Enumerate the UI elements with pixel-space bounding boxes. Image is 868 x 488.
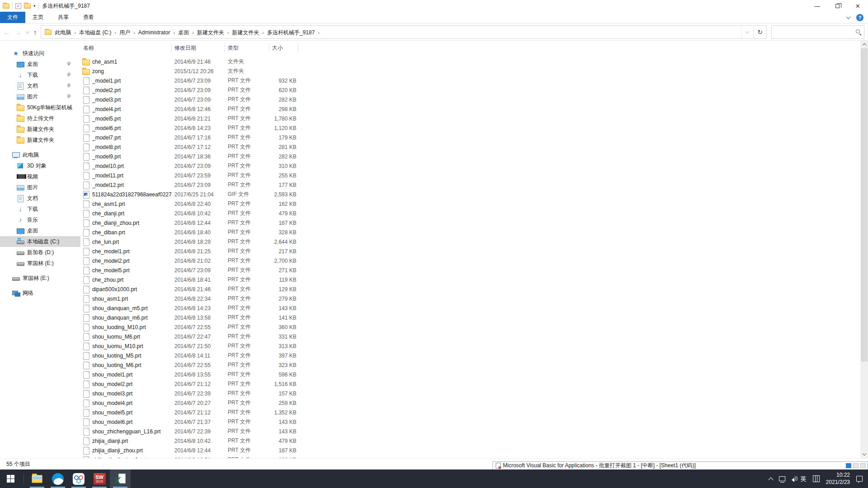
- forward-icon[interactable]: →: [15, 28, 22, 36]
- background-vba-window[interactable]: Microsoft Visual Basic for Applications …: [493, 461, 868, 469]
- sidebar-section-网络[interactable]: 网络: [0, 288, 80, 298]
- file-row[interactable]: che_lun.prt2014/6/8 18:29PRT 文件2,644 KB: [80, 237, 860, 246]
- column-header-修改日期[interactable]: 修改日期: [172, 43, 225, 52]
- ime-language-indicator[interactable]: 英: [801, 475, 807, 483]
- sidebar-section-此电脑[interactable]: 此电脑: [0, 149, 80, 160]
- column-header-名称[interactable]: 名称: [80, 43, 172, 52]
- taskbar-solidworks[interactable]: SW 2015: [89, 469, 110, 488]
- file-row[interactable]: _model1.prt2014/6/7 23:09PRT 文件932 KB: [80, 76, 860, 85]
- refresh-button[interactable]: ↻: [754, 26, 766, 38]
- breadcrumb-separator-icon[interactable]: ›: [191, 30, 195, 35]
- breadcrumb-item[interactable]: 本地磁盘 (C:): [77, 29, 113, 36]
- address-bar[interactable]: 此电脑›本地磁盘 (C:)›用户›Administrator›桌面›新建文件夹›…: [41, 25, 767, 39]
- file-row[interactable]: _model4.prt2014/6/8 12:46PRT 文件298 KB: [80, 104, 860, 114]
- file-row[interactable]: shou_model4.prt2014/6/7 20:27PRT 文件259 K…: [80, 398, 860, 408]
- file-row[interactable]: che_model2.prt2014/6/8 21:02PRT 文件2,700 …: [80, 256, 860, 265]
- file-row[interactable]: _model11.prt2014/6/7 23:59PRT 文件255 KB: [80, 171, 860, 180]
- file-row[interactable]: che_asm1.prt2014/6/8 22:40PRT 文件162 KB: [80, 199, 860, 209]
- file-row[interactable]: shou_dianquan_m6.prt2014/6/8 13:58PRT 文件…: [80, 313, 860, 322]
- file-row[interactable]: _model10.prt2014/6/7 23:09PRT 文件310 KB: [80, 161, 860, 171]
- file-row[interactable]: _model6.prt2014/6/8 14:23PRT 文件1,120 KB: [80, 123, 860, 133]
- breadcrumb-separator-icon[interactable]: ›: [172, 30, 177, 35]
- sidebar-section-覃国林 (E:)[interactable]: 覃国林 (E:): [0, 273, 80, 284]
- qat-dropdown-icon[interactable]: ▾: [33, 4, 36, 8]
- sidebar-item-图片[interactable]: 图片: [0, 182, 80, 193]
- column-header-大小[interactable]: 大小: [269, 43, 298, 52]
- sidebar-item-本地磁盘 (C:)[interactable]: 本地磁盘 (C:): [0, 236, 80, 247]
- help-icon[interactable]: ?: [856, 14, 863, 21]
- file-row[interactable]: che_diban.prt2014/6/8 18:40PRT 文件328 KB: [80, 228, 860, 237]
- sidebar-item-视频[interactable]: 视频: [0, 171, 80, 182]
- breadcrumb-separator-icon[interactable]: ›: [261, 30, 266, 35]
- sidebar-item-下载[interactable]: ↓下载: [0, 204, 80, 214]
- breadcrumb-separator-icon[interactable]: ›: [132, 30, 136, 35]
- vba-restore-button[interactable]: [853, 463, 859, 468]
- close-button[interactable]: ✕: [848, 0, 868, 12]
- file-row[interactable]: che_model5.prt2014/6/7 23:09PRT 文件271 KB: [80, 265, 860, 275]
- breadcrumb-separator-icon[interactable]: ›: [317, 30, 321, 35]
- file-row[interactable]: 511824a22d31827968aeeaf0227d70fd2017/6/2…: [80, 190, 860, 199]
- breadcrumb-separator-icon[interactable]: ›: [113, 30, 118, 35]
- minimize-button[interactable]: —: [807, 0, 827, 12]
- column-header-类型[interactable]: 类型: [225, 43, 269, 52]
- taskbar-clock[interactable]: 10:22 2021/2/23: [826, 472, 850, 486]
- back-icon[interactable]: ←: [4, 28, 10, 36]
- file-row[interactable]: dipan500x1000.prt2014/6/8 21:46PRT 文件129…: [80, 284, 860, 294]
- taskbar-excel[interactable]: X: [110, 469, 131, 488]
- file-row[interactable]: che_dianji_zhou.prt2014/6/8 12:44PRT 文件1…: [80, 218, 860, 228]
- expand-ribbon-icon[interactable]: [846, 14, 851, 19]
- breadcrumb-item[interactable]: 此电脑: [53, 29, 73, 36]
- file-row[interactable]: che_zhou.prt2014/6/8 18:41PRT 文件119 KB: [80, 275, 860, 284]
- file-row[interactable]: zong2015/1/12 20:26文件夹: [80, 66, 860, 76]
- vba-close-button[interactable]: [860, 463, 866, 468]
- tab-share[interactable]: 共享: [51, 12, 76, 23]
- file-row[interactable]: zhijia_dianji_zhou.prt2014/6/8 12:44PRT …: [80, 446, 860, 455]
- new-folder-qat-icon[interactable]: [24, 4, 31, 9]
- ime-mode-icon[interactable]: [813, 475, 820, 482]
- sidebar-item-新建文件夹[interactable]: 新建文件夹: [0, 135, 80, 145]
- file-row[interactable]: _model2.prt2014/6/7 23:09PRT 文件620 KB: [80, 85, 860, 95]
- taskbar-circles-app[interactable]: [68, 469, 89, 488]
- recent-locations-icon[interactable]: [26, 29, 29, 33]
- address-dropdown[interactable]: [741, 26, 754, 38]
- sidebar-item-图片[interactable]: 图片: [0, 91, 80, 102]
- sidebar-item-文档[interactable]: 文档: [0, 80, 80, 91]
- file-row[interactable]: shou_luoting_M6.prt2014/6/7 22:55PRT 文件3…: [80, 360, 860, 370]
- file-row[interactable]: shou_luomu_M10.prt2014/6/7 21:50PRT 文件31…: [80, 341, 860, 351]
- sidebar-item-新加卷 (D:)[interactable]: 新加卷 (D:): [0, 247, 80, 258]
- file-row[interactable]: _model9.prt2014/6/7 18:36PRT 文件282 KB: [80, 152, 860, 161]
- sidebar-item-新建文件夹[interactable]: 新建文件夹: [0, 124, 80, 135]
- sidebar-item-覃国林 (E:)[interactable]: 覃国林 (E:): [0, 258, 80, 269]
- restore-button[interactable]: [827, 0, 848, 12]
- scroll-down-icon[interactable]: [860, 451, 868, 458]
- sidebar-item-桌面[interactable]: 桌面: [0, 59, 80, 70]
- network-icon[interactable]: [779, 476, 785, 481]
- file-row[interactable]: shou_model6.prt2014/6/7 21:37PRT 文件143 K…: [80, 417, 860, 427]
- start-button[interactable]: [0, 469, 21, 488]
- breadcrumb-item[interactable]: 新建文件夹: [195, 29, 226, 36]
- sidebar-section-快速访问[interactable]: ★快速访问: [0, 48, 80, 59]
- tab-view[interactable]: 查看: [76, 12, 101, 23]
- sidebar-item-50Kg单轴桁架机械[interactable]: 50Kg单轴桁架机械: [0, 102, 80, 113]
- file-row[interactable]: _model3.prt2014/6/7 23:09PRT 文件282 KB: [80, 95, 860, 104]
- file-row[interactable]: shou_dianquan_m5.prt2014/6/8 14:23PRT 文件…: [80, 303, 860, 313]
- file-row[interactable]: che_dianji.prt2014/6/8 10:42PRT 文件479 KB: [80, 209, 860, 218]
- breadcrumb-item[interactable]: Administrator: [136, 29, 172, 36]
- sidebar-item-待上传文件[interactable]: 待上传文件: [0, 113, 80, 124]
- file-row[interactable]: che_model1.prt2014/6/8 21:25PRT 文件217 KB: [80, 246, 860, 256]
- file-row[interactable]: shou_asm1.prt2014/6/8 22:34PRT 文件279 KB: [80, 294, 860, 303]
- file-row[interactable]: shou_luomu_M6.prt2014/6/7 22:47PRT 文件331…: [80, 332, 860, 341]
- tray-overflow-icon[interactable]: [768, 477, 773, 482]
- action-center-icon[interactable]: [856, 476, 863, 482]
- taskbar-browser[interactable]: [47, 469, 68, 488]
- file-row[interactable]: shou_model1.prt2014/6/8 13:55PRT 文件596 K…: [80, 370, 860, 379]
- breadcrumb-separator-icon[interactable]: ›: [226, 30, 230, 35]
- sidebar-item-文档[interactable]: 文档: [0, 193, 80, 204]
- file-row[interactable]: _model7.prt2014/6/7 17:16PRT 文件179 KB: [80, 133, 860, 142]
- breadcrumb-item[interactable]: 多连杆机械手_9187: [265, 29, 316, 36]
- scrollbar-thumb[interactable]: [861, 48, 868, 362]
- tab-file[interactable]: 文件: [0, 12, 25, 23]
- file-row[interactable]: shou_model2.prt2014/6/7 21:12PRT 文件1,516…: [80, 379, 860, 389]
- file-row[interactable]: shou_luoting_M5.prt2014/6/8 14:11PRT 文件3…: [80, 351, 860, 360]
- file-row[interactable]: _model8.prt2014/6/7 17:12PRT 文件281 KB: [80, 142, 860, 152]
